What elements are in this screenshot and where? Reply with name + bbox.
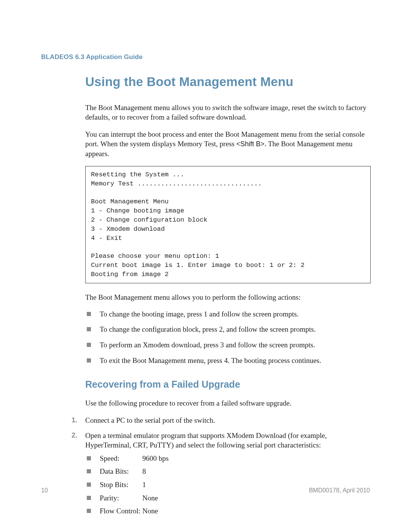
port-value: None xyxy=(142,507,158,515)
port-value: 9600 bps xyxy=(142,454,169,462)
doc-id: BMD00178, April 2010 xyxy=(309,487,370,494)
intro-paragraph-2: You can interrupt the boot process and e… xyxy=(85,129,371,158)
step-item: Open a terminal emulator program that su… xyxy=(72,431,371,516)
step-text: Open a terminal emulator program that su… xyxy=(85,431,327,449)
port-value: None xyxy=(142,494,158,502)
boot-menu-code: Resetting the System ... Memory Test ...… xyxy=(85,166,371,283)
actions-list: To change the booting image, press 1 and… xyxy=(85,310,371,366)
intro-paragraph-1: The Boot Management menu allows you to s… xyxy=(85,103,371,122)
list-item: Flow Control: None xyxy=(85,506,371,516)
list-item: To change the booting image, press 1 and… xyxy=(85,310,371,319)
port-value: 8 xyxy=(142,467,146,475)
shift-b-key: <Shift B> xyxy=(236,140,264,148)
page-footer: 10 BMD00178, April 2010 xyxy=(41,487,370,494)
page-number: 10 xyxy=(41,487,48,494)
list-item: To exit the Boot Management menu, press … xyxy=(85,356,371,366)
list-item: To change the configuration block, press… xyxy=(85,325,371,334)
port-label: Parity: xyxy=(100,494,142,503)
port-label: Data Bits: xyxy=(100,467,142,476)
page: BLADEOS 6.3 Application Guide Using the … xyxy=(0,0,411,532)
document-header: BLADEOS 6.3 Application Guide xyxy=(41,53,370,61)
list-item: Parity:None xyxy=(85,494,371,503)
list-item: Data Bits:8 xyxy=(85,467,371,476)
list-item: Speed:9600 bps xyxy=(85,454,371,463)
port-label: Flow Control: xyxy=(100,507,140,515)
content-area: Using the Boot Management Menu The Boot … xyxy=(85,75,371,516)
subsection-intro: Use the following procedure to recover f… xyxy=(85,398,371,408)
step-text: Connect a PC to the serial port of the s… xyxy=(85,416,215,424)
step-item: Connect a PC to the serial port of the s… xyxy=(72,416,371,425)
section-title: Using the Boot Management Menu xyxy=(85,75,371,89)
subsection-title: Recovering from a Failed Upgrade xyxy=(85,379,371,390)
actions-intro: The Boot Management menu allows you to p… xyxy=(85,292,371,302)
port-label: Speed: xyxy=(100,454,142,463)
recovery-steps: Connect a PC to the serial port of the s… xyxy=(72,416,371,516)
list-item: To perform an Xmodem download, press 3 a… xyxy=(85,340,371,350)
port-settings-list: Speed:9600 bps Data Bits:8 Stop Bits:1 P… xyxy=(85,454,371,516)
